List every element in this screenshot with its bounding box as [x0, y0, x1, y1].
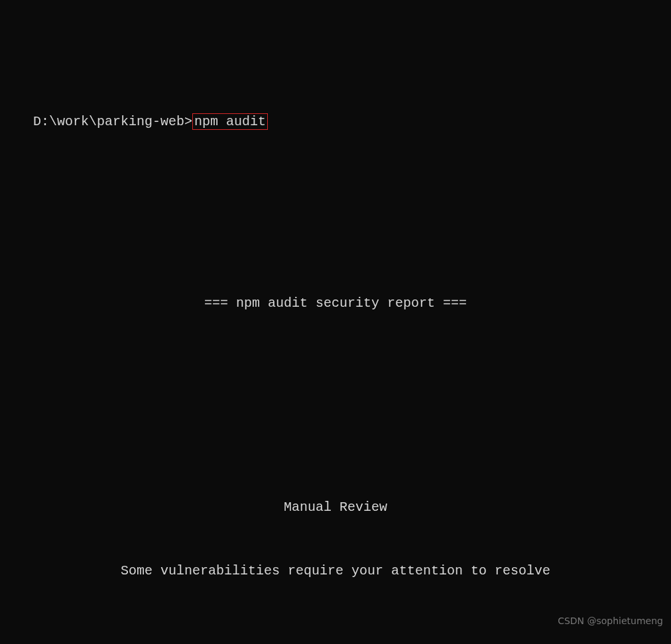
- prompt-path: D:\work\parking-web>: [33, 114, 192, 129]
- watermark: CSDN @sophietumeng: [558, 614, 663, 628]
- audit-report-header: === npm audit security report ===: [1, 293, 670, 314]
- command-npm-audit: npm audit: [192, 113, 268, 130]
- manual-review-line1: Some vulnerabilities require your attent…: [1, 561, 670, 582]
- terminal-output: D:\work\parking-web>npm audit === npm au…: [0, 0, 671, 644]
- manual-review-heading: Manual Review: [1, 497, 670, 518]
- prompt-line-1: D:\work\parking-web>npm audit: [1, 90, 670, 154]
